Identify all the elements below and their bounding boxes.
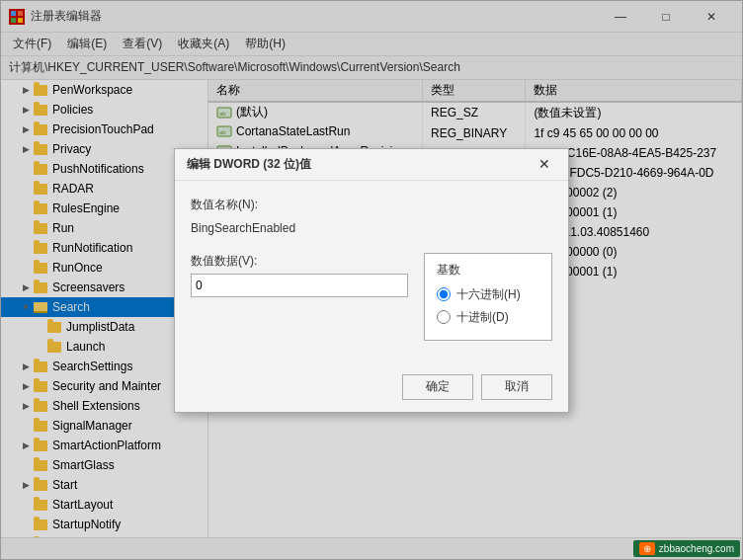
cancel-button[interactable]: 取消 bbox=[481, 374, 552, 400]
data-label: 数值数据(V): bbox=[191, 253, 408, 270]
data-row: 数值数据(V): 基数 十六进制(H) 十进制(D) bbox=[191, 253, 552, 341]
modal-overlay: 编辑 DWORD (32 位)值 ✕ 数值名称(N): BingSearchEn… bbox=[1, 1, 742, 559]
name-value: BingSearchEnabled bbox=[191, 217, 552, 239]
hex-radio-label[interactable]: 十六进制(H) bbox=[437, 286, 539, 303]
ok-button[interactable]: 确定 bbox=[402, 374, 473, 400]
name-field: 数值名称(N): BingSearchEnabled bbox=[191, 197, 552, 239]
data-input-section: 数值数据(V): bbox=[191, 253, 408, 341]
watermark: ⊕ zbbaocheng.com bbox=[633, 540, 740, 557]
name-label: 数值名称(N): bbox=[191, 197, 552, 213]
modal-footer: 确定 取消 bbox=[175, 366, 568, 412]
modal-body: 数值名称(N): BingSearchEnabled 数值数据(V): 基数 bbox=[175, 181, 568, 366]
decimal-radio[interactable] bbox=[437, 310, 451, 324]
hex-radio[interactable] bbox=[437, 287, 451, 301]
base-radio-group: 基数 十六进制(H) 十进制(D) bbox=[424, 253, 552, 341]
decimal-radio-text: 十进制(D) bbox=[456, 309, 509, 326]
hex-radio-text: 十六进制(H) bbox=[456, 286, 521, 303]
watermark-text: zbbaocheng.com bbox=[659, 543, 734, 554]
modal-close-button[interactable]: ✕ bbox=[533, 152, 556, 176]
modal-title-bar: 编辑 DWORD (32 位)值 ✕ bbox=[175, 149, 568, 181]
modal-title: 编辑 DWORD (32 位)值 bbox=[187, 156, 311, 173]
base-section: 基数 十六进制(H) 十进制(D) bbox=[424, 253, 552, 341]
base-label: 基数 bbox=[437, 262, 539, 279]
data-value-input[interactable] bbox=[191, 274, 408, 297]
decimal-radio-label[interactable]: 十进制(D) bbox=[437, 309, 539, 326]
edit-dword-dialog: 编辑 DWORD (32 位)值 ✕ 数值名称(N): BingSearchEn… bbox=[174, 148, 569, 413]
watermark-icon: ⊕ bbox=[639, 542, 655, 555]
